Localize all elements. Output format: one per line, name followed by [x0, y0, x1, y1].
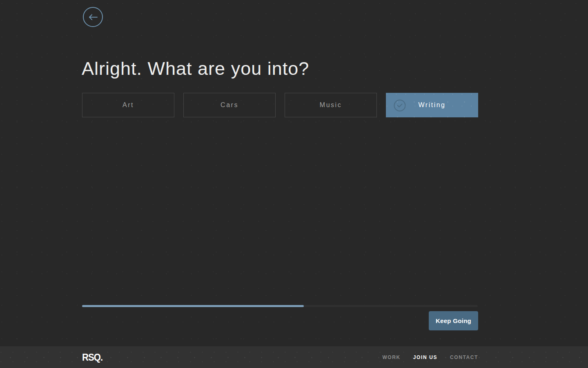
progress-bar-track [82, 305, 478, 307]
back-button[interactable] [83, 7, 103, 27]
footer-nav-work[interactable]: WORK [382, 355, 400, 360]
footer-nav: WORK JOIN US CONTACT [382, 355, 478, 360]
option-label: Writing [419, 101, 446, 109]
page-title: Alright. What are you into? [82, 58, 309, 79]
page-background: { "page": { "heading": "Alright. What ar… [0, 0, 588, 368]
arrow-left-icon [89, 14, 98, 20]
option-writing[interactable]: Writing [386, 93, 478, 117]
footer-nav-join-us[interactable]: JOIN US [413, 355, 437, 360]
option-art[interactable]: Art [82, 93, 174, 117]
option-label: Music [320, 101, 342, 109]
progress-bar-fill [82, 305, 304, 307]
check-circle-icon [394, 99, 406, 113]
keep-going-button[interactable]: Keep Going [429, 311, 478, 330]
rsq-logo[interactable]: RSQ. [82, 352, 102, 363]
option-cars[interactable]: Cars [183, 93, 276, 117]
footer: RSQ. WORK JOIN US CONTACT [0, 346, 588, 368]
footer-nav-contact[interactable]: CONTACT [450, 355, 478, 360]
option-label: Cars [220, 101, 238, 109]
interest-options: Art Cars Music Writing [82, 93, 478, 117]
option-label: Art [122, 101, 134, 109]
option-music[interactable]: Music [285, 93, 377, 117]
